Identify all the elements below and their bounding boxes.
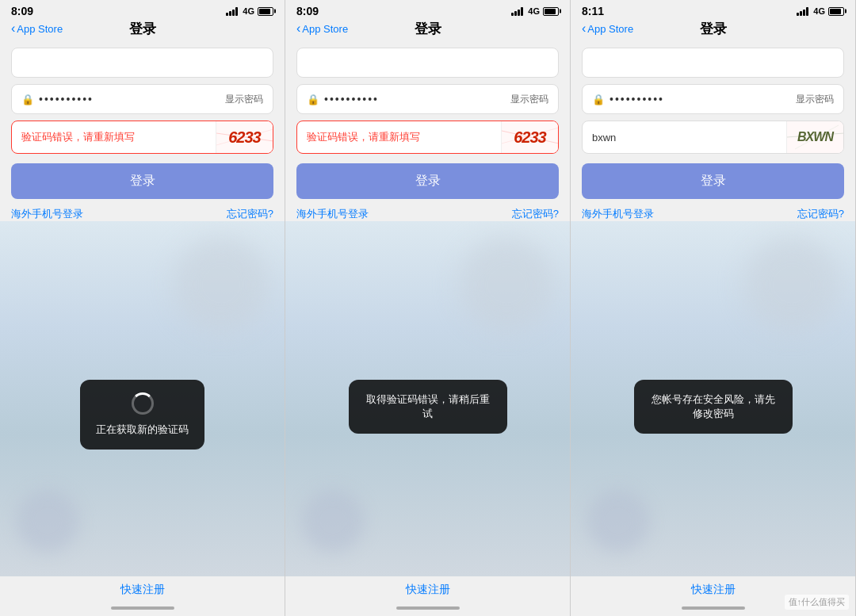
status-icons-3: 4G bbox=[797, 6, 844, 16]
password-row-2[interactable]: 🔒 •••••••••• 显示密码 bbox=[296, 84, 559, 114]
toast-text-1: 正在获取新的验证码 bbox=[96, 423, 189, 437]
status-bar-1: 8:09 4G bbox=[0, 0, 285, 19]
panel-2: 8:09 4G ‹ App Store 登录 bbox=[285, 0, 571, 616]
panel-1: 8:09 4G ‹ App Store 登录 bbox=[0, 0, 285, 616]
captcha-img-3[interactable]: BXWN bbox=[786, 121, 843, 153]
links-row-2: 海外手机号登录 忘记密码? bbox=[296, 199, 559, 221]
show-password-1[interactable]: 显示密码 bbox=[225, 93, 263, 106]
register-link-3[interactable]: 快速注册 bbox=[691, 583, 736, 597]
password-row-1[interactable]: 🔒 •••••••••• 显示密码 bbox=[11, 84, 273, 114]
status-bar-3: 8:11 4G bbox=[571, 0, 855, 19]
captcha-row-1[interactable]: 验证码错误，请重新填写 6233 bbox=[11, 121, 273, 154]
battery-icon-1 bbox=[258, 7, 273, 16]
bottom-area-1: 快速注册 bbox=[0, 576, 285, 606]
signal-icon-3 bbox=[797, 6, 808, 16]
back-button-2[interactable]: ‹ App Store bbox=[296, 22, 348, 35]
back-arrow-1: ‹ bbox=[11, 22, 15, 35]
blur-bg-3: 您帐号存在安全风险，请先修改密码 bbox=[571, 221, 855, 576]
captcha-row-2[interactable]: 验证码错误，请重新填写 6233 bbox=[296, 121, 559, 154]
toast-box-3: 您帐号存在安全风险，请先修改密码 bbox=[634, 380, 793, 434]
back-label-2: App Store bbox=[302, 23, 348, 35]
back-button-3[interactable]: ‹ App Store bbox=[582, 22, 633, 35]
status-time-1: 8:09 bbox=[11, 5, 33, 17]
password-dots-2: •••••••••• bbox=[324, 93, 510, 105]
toast-box-2: 取得验证码错误，请稍后重试 bbox=[349, 380, 507, 434]
nav-title-3: 登录 bbox=[700, 20, 727, 38]
password-row-3[interactable]: 🔒 •••••••••• 显示密码 bbox=[582, 84, 844, 114]
links-row-3: 海外手机号登录 忘记密码? bbox=[582, 199, 844, 221]
status-time-2: 8:09 bbox=[296, 5, 319, 17]
login-btn-2[interactable]: 登录 bbox=[296, 163, 559, 199]
forgot-link-3[interactable]: 忘记密码? bbox=[797, 207, 844, 221]
captcha-img-2[interactable]: 6233 bbox=[501, 121, 558, 153]
back-button-1[interactable]: ‹ App Store bbox=[11, 22, 63, 35]
blur-bg-1: 正在获取新的验证码 bbox=[0, 221, 285, 576]
captcha-row-3[interactable]: bxwn BXWN bbox=[582, 121, 844, 154]
blur-bg-2: 取得验证码错误，请稍后重试 bbox=[285, 221, 570, 576]
overseas-link-1[interactable]: 海外手机号登录 bbox=[11, 207, 83, 221]
register-link-2[interactable]: 快速注册 bbox=[406, 583, 450, 597]
signal-icon-2 bbox=[511, 6, 523, 16]
status-icons-2: 4G bbox=[511, 6, 559, 16]
username-input-2[interactable] bbox=[296, 48, 559, 78]
password-dots-3: •••••••••• bbox=[610, 93, 796, 105]
back-label-1: App Store bbox=[17, 23, 63, 35]
register-link-1[interactable]: 快速注册 bbox=[120, 583, 165, 597]
nav-bar-1: ‹ App Store 登录 bbox=[0, 19, 285, 40]
status-time-3: 8:11 bbox=[582, 5, 604, 17]
network-type-3: 4G bbox=[813, 6, 825, 16]
back-label-3: App Store bbox=[587, 23, 633, 35]
username-input-1[interactable] bbox=[11, 48, 273, 78]
show-password-2[interactable]: 显示密码 bbox=[510, 93, 548, 106]
captcha-value-3: bxwn bbox=[583, 124, 786, 151]
captcha-error-1: 验证码错误，请重新填写 bbox=[12, 122, 216, 152]
nav-bar-3: ‹ App Store 登录 bbox=[571, 19, 855, 40]
back-arrow-2: ‹ bbox=[296, 22, 300, 35]
forgot-link-2[interactable]: 忘记密码? bbox=[512, 207, 559, 221]
form-1: 🔒 •••••••••• 显示密码 验证码错误，请重新填写 6233 登录 海外… bbox=[0, 40, 285, 221]
login-btn-1[interactable]: 登录 bbox=[11, 163, 273, 199]
form-3: 🔒 •••••••••• 显示密码 bxwn BXWN 登录 海外手机号登录 忘… bbox=[571, 40, 855, 221]
forgot-link-1[interactable]: 忘记密码? bbox=[227, 207, 273, 221]
panel-3: 8:11 4G ‹ App Store 登录 bbox=[571, 0, 856, 616]
toast-box-1: 正在获取新的验证码 bbox=[80, 380, 204, 450]
lock-icon-2: 🔒 bbox=[307, 94, 319, 105]
toast-text-3: 您帐号存在安全风险，请先修改密码 bbox=[650, 392, 777, 421]
spinner-1 bbox=[132, 392, 154, 415]
network-type-2: 4G bbox=[528, 6, 540, 16]
battery-icon-2 bbox=[543, 7, 559, 16]
lock-icon-1: 🔒 bbox=[21, 94, 34, 105]
battery-icon-3 bbox=[828, 7, 844, 16]
status-bar-2: 8:09 4G bbox=[285, 0, 570, 19]
network-type-1: 4G bbox=[243, 6, 254, 16]
watermark: 值↑什么值得买 bbox=[785, 595, 850, 610]
nav-bar-2: ‹ App Store 登录 bbox=[285, 19, 570, 40]
links-row-1: 海外手机号登录 忘记密码? bbox=[11, 199, 273, 221]
nav-title-1: 登录 bbox=[129, 20, 156, 38]
overseas-link-3[interactable]: 海外手机号登录 bbox=[582, 207, 654, 221]
nav-title-2: 登录 bbox=[415, 20, 441, 38]
status-icons-1: 4G bbox=[226, 6, 273, 16]
back-arrow-3: ‹ bbox=[582, 22, 586, 35]
toast-text-2: 取得验证码错误，请稍后重试 bbox=[365, 392, 491, 421]
username-input-3[interactable] bbox=[582, 48, 844, 78]
captcha-img-1[interactable]: 6233 bbox=[216, 121, 273, 153]
login-btn-3[interactable]: 登录 bbox=[582, 163, 844, 199]
password-dots-1: •••••••••• bbox=[39, 93, 225, 105]
form-2: 🔒 •••••••••• 显示密码 验证码错误，请重新填写 6233 登录 海外… bbox=[285, 40, 570, 221]
overseas-link-2[interactable]: 海外手机号登录 bbox=[296, 207, 369, 221]
signal-icon-1 bbox=[226, 6, 238, 16]
show-password-3[interactable]: 显示密码 bbox=[796, 93, 834, 106]
bottom-area-2: 快速注册 bbox=[285, 576, 570, 606]
lock-icon-3: 🔒 bbox=[592, 94, 605, 105]
captcha-error-2: 验证码错误，请重新填写 bbox=[297, 122, 501, 152]
